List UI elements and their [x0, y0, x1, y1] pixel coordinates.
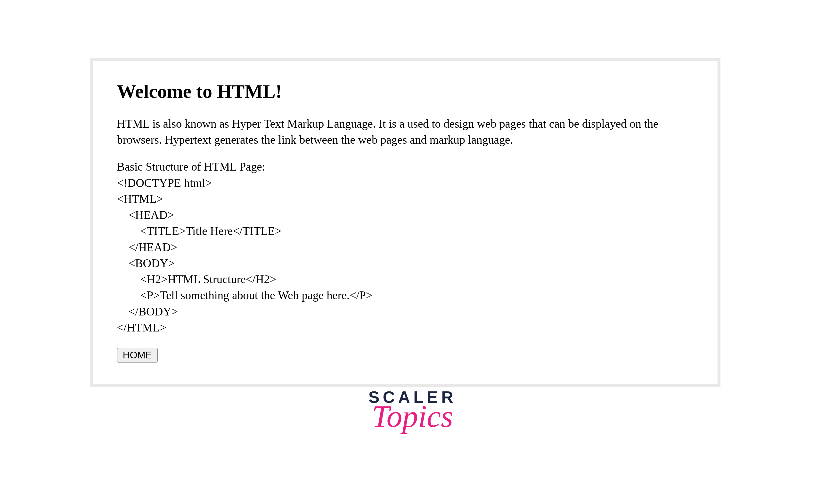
html-structure-code: Basic Structure of HTML Page: <!DOCTYPE …: [117, 159, 693, 336]
logo-text-topics: Topics: [372, 401, 453, 432]
home-button[interactable]: HOME: [117, 348, 158, 363]
page-title: Welcome to HTML!: [117, 81, 693, 102]
brand-logo: SCALER Topics: [0, 389, 825, 432]
content-frame: Welcome to HTML! HTML is also known as H…: [90, 58, 721, 387]
intro-paragraph: HTML is also known as Hyper Text Markup …: [117, 116, 693, 148]
